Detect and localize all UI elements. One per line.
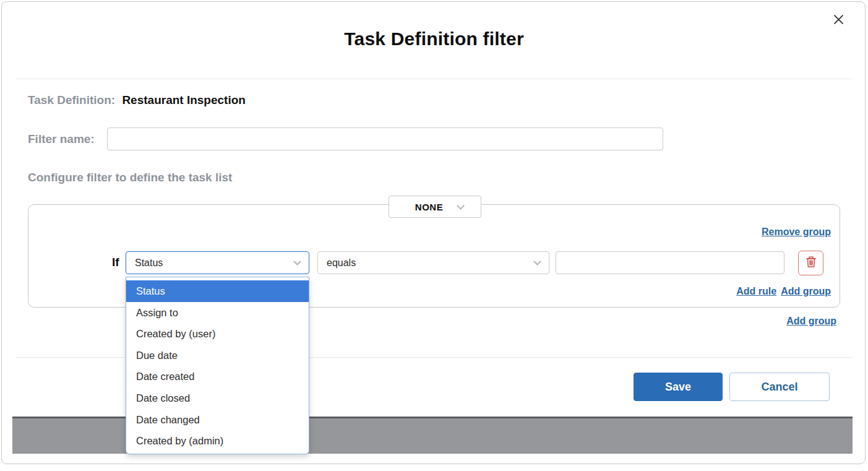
task-definition-label: Task Definition: (28, 93, 115, 106)
chevron-down-icon (533, 257, 541, 266)
field-dropdown-panel: StatusAssign toCreated by (user)Due date… (126, 277, 309, 454)
field-option-created-by-user[interactable]: Created by (user) (126, 323, 309, 345)
field-option-assign-to[interactable]: Assign to (126, 302, 309, 324)
outer-add-group-link[interactable]: Add group (786, 316, 836, 327)
field-option-due-date[interactable]: Due date (126, 345, 309, 366)
delete-rule-button[interactable] (798, 251, 823, 275)
field-option-date-created[interactable]: Date created (126, 366, 309, 387)
chevron-down-icon (457, 202, 465, 210)
header-divider (15, 79, 853, 79)
rule-links: Add rule Add group (736, 286, 831, 297)
rule-operator-value: equals (327, 257, 535, 269)
chevron-down-icon (293, 257, 301, 266)
group-combinator-value: NONE (415, 202, 443, 212)
field-option-date-changed[interactable]: Date changed (126, 409, 309, 431)
field-option-status[interactable]: Status (126, 280, 309, 302)
trash-icon (804, 254, 819, 272)
remove-group-link[interactable]: Remove group (762, 227, 831, 238)
save-button[interactable]: Save (634, 373, 723, 401)
rule-if-label: If (112, 256, 119, 269)
group-combinator-select[interactable]: NONE (389, 196, 481, 218)
field-option-created-by-admin[interactable]: Created by (admin) (126, 430, 309, 452)
rule-value-input[interactable] (556, 251, 784, 274)
filter-name-input[interactable] (107, 127, 663, 150)
cancel-button[interactable]: Cancel (729, 373, 830, 401)
task-definition-filter-dialog: Task Definition filter Task Definition: … (0, 0, 868, 471)
add-group-link[interactable]: Add group (781, 286, 831, 297)
close-button[interactable] (829, 11, 848, 30)
field-option-date-closed[interactable]: Date closed (126, 387, 309, 409)
rule-field-value: Status (135, 257, 294, 269)
close-icon (833, 14, 844, 27)
filter-name-label: Filter name: (28, 132, 95, 146)
add-rule-link[interactable]: Add rule (736, 286, 776, 297)
configure-hint: Configure filter to define the task list (28, 171, 232, 184)
rule-field-select[interactable]: Status (126, 251, 309, 274)
dialog-title: Task Definition filter (0, 28, 868, 50)
task-definition-row: Task Definition: Restaurant Inspection (28, 93, 246, 107)
rule-operator-select[interactable]: equals (317, 251, 549, 274)
task-definition-value: Restaurant Inspection (122, 93, 246, 106)
